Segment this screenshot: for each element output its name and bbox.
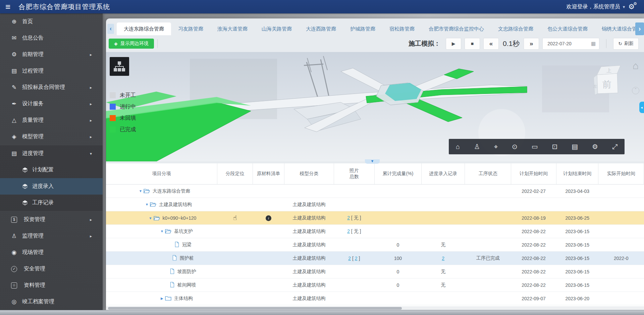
sidebar-item[interactable]: ✉信息公告 [0, 30, 103, 46]
sidebar-item[interactable]: ⚙前期管理▸ [0, 46, 103, 63]
tree-collapse-icon[interactable]: ▼ [159, 229, 165, 233]
simulation-date-input[interactable]: 2022-07-20 ▦ [542, 38, 599, 50]
tab[interactable]: 包公大道综合管廊 [540, 22, 595, 35]
tab[interactable]: 习友路管廊 [171, 22, 210, 35]
process-status-cell [465, 198, 511, 211]
page-bottom-scrollbar[interactable] [0, 310, 644, 315]
sidebar-item-label: 信息公告 [22, 35, 44, 42]
sidebar-item[interactable]: ⊕首页 [0, 13, 103, 30]
plan-start-cell: 2022-08-22 [511, 225, 556, 238]
tab[interactable]: 护城路管廊 [343, 22, 382, 35]
calendar-icon: ▦ [591, 41, 599, 47]
column-header: 项目分项 [106, 163, 217, 185]
sidebar-item[interactable]: ✓安全管理 [0, 261, 103, 277]
show-environment-button[interactable]: ◈ 显示周边环境 [109, 39, 154, 49]
welcome-user-text[interactable]: 欢迎登录，系统管理员 [567, 3, 620, 10]
tab[interactable]: 合肥市管廊综合监控中心 [422, 22, 491, 35]
legend-label: 未开工 [120, 92, 136, 99]
model-class-cell: 土建及建筑结构 [284, 292, 334, 305]
sidebar-subitem[interactable]: 进度录入 [0, 178, 103, 195]
photo-count-link[interactable]: 2 [355, 256, 358, 261]
table-row[interactable]: 坡面防护土建及建筑结构0无2022-08-222023-06-15 [106, 265, 644, 278]
photo-count-link[interactable]: 2 [347, 215, 350, 220]
tree-collapse-icon[interactable]: ▼ [148, 216, 154, 220]
sidebar-subitem[interactable]: 计划配置 [0, 162, 103, 178]
photo-count-cell: 2 [ 无 ] [334, 225, 374, 238]
sidebar-item[interactable]: ▤进度管理▾ [0, 145, 103, 162]
top-bar: ≡ 合肥市综合管廊项目管理系统 欢迎登录，系统管理员 ▾ ⚙⚙ [0, 0, 644, 13]
progress-record-link[interactable]: 2 [442, 256, 444, 261]
tree-collapse-icon[interactable]: ▼ [144, 203, 150, 206]
first-person-icon[interactable]: ♙ [474, 143, 480, 150]
tabs-scroll-left-button[interactable]: ‹ [107, 24, 114, 34]
structure-tree-button[interactable] [110, 57, 129, 76]
fullscreen-icon[interactable]: ⤢ [612, 143, 618, 150]
panel-collapse-arrow[interactable]: ◂ [639, 102, 644, 113]
sidebar-subitem[interactable]: 工序记录 [0, 195, 103, 211]
table-row[interactable]: 围护桩土建及建筑结构2 [ 2 ]1002工序已完成2022-08-222023… [106, 252, 644, 265]
component-list-icon[interactable]: ▤ [572, 143, 578, 150]
cube-top-label: 上 [606, 67, 611, 73]
photo-count-link[interactable]: 2 [348, 256, 351, 261]
viewport-collapse-chevron[interactable]: ˇ [632, 87, 639, 94]
sidebar-item[interactable]: $投资管理▸ [0, 211, 103, 228]
speed-up-button[interactable]: » [524, 38, 539, 50]
info-icon[interactable]: i [266, 215, 271, 221]
sidebar-item[interactable]: ✎招投标及合同管理▸ [0, 79, 103, 96]
cube-left-label: 左 [593, 84, 597, 88]
stop-button[interactable]: ■ [465, 38, 480, 50]
legend-item: 未回填 [110, 112, 136, 124]
measure-icon[interactable]: ▭ [532, 143, 538, 150]
process-status-cell [465, 238, 511, 252]
tabs-scroll-right-button[interactable]: › [635, 22, 644, 35]
table-row[interactable]: ▼大连东路综合管廊2022-02-272023-04-03 [106, 185, 644, 198]
sidebar-item[interactable]: △质量管理▸ [0, 112, 103, 128]
table-row[interactable]: ▼k0+090~k0+120☝i土建及建筑结构2 [ 无 ]2022-08-19… [106, 211, 644, 225]
sidebar-item[interactable]: ☆资料管理 [0, 277, 103, 294]
bim-model-viewport[interactable]: 未开工进行中未回填已完成 上 左 前 ⌂ ˇ ◂ ⌂♙⌖⊙▭⊡▤⚙⤢ [106, 52, 644, 161]
tree-expand-icon[interactable]: ▶ [159, 297, 165, 300]
refresh-button[interactable]: ↻ 刷新 [613, 38, 639, 50]
table-row[interactable]: 桩间网喷土建及建筑结构0无2022-08-222023-06-15 [106, 278, 644, 292]
waypoint-icon[interactable]: ⌖ [494, 143, 498, 150]
tab[interactable]: 大连东路综合管廊 [117, 22, 171, 35]
sidebar-item[interactable]: ✒设计服务▸ [0, 96, 103, 112]
settings-gears-icon[interactable]: ⚙⚙ [628, 3, 635, 11]
tab[interactable]: 宿松路管廊 [382, 22, 422, 35]
photo-count-link[interactable]: 2 [347, 228, 350, 234]
sidebar-item[interactable]: ♙监理管理▸ [0, 228, 103, 244]
tab[interactable]: 淮海大道管廊 [210, 22, 255, 35]
horizontal-scrollbar[interactable] [108, 307, 402, 310]
settings-icon[interactable]: ⚙ [592, 143, 598, 150]
chevron-right-icon: ▸ [90, 52, 92, 57]
sidebar-item[interactable]: ▤过程管理 [0, 63, 103, 79]
sidebar-subitem-label: 工序记录 [32, 199, 54, 206]
section-box-icon[interactable]: ⊡ [552, 143, 558, 150]
table-row[interactable]: ▶主体结构土建及建筑结构2022-09-072023-06-20 [106, 292, 644, 305]
tab[interactable]: 山海关路管廊 [255, 22, 299, 35]
menu-icon[interactable]: ≡ [5, 2, 10, 11]
sidebar-item[interactable]: ◎竣工档案管理 [0, 294, 103, 310]
table-row[interactable]: ▼土建及建筑结构土建及建筑结构 [106, 198, 644, 211]
speed-down-button[interactable]: « [483, 38, 499, 50]
table-expand-caret[interactable]: ▼ [365, 159, 380, 164]
view-cube[interactable]: 上 左 前 [590, 63, 624, 98]
sidebar-item[interactable]: ◉现场管理 [0, 244, 103, 261]
tab[interactable]: 文忠路综合管廊 [491, 22, 540, 35]
legend-item: 已完成 [110, 124, 136, 135]
select-zoom-icon[interactable]: ⊙ [512, 143, 518, 150]
table-row[interactable]: ▼基坑支护土建及建筑结构2 [ 无 ]2022-08-222023-06-15 [106, 225, 644, 238]
toolbar-divider [157, 39, 158, 48]
home-icon[interactable]: ⌂ [456, 143, 460, 150]
sidebar-item[interactable]: ◈模型管理▸ [0, 128, 103, 145]
model-class-cell: 土建及建筑结构 [284, 198, 334, 211]
plan-start-cell: 2022-08-19 [511, 211, 556, 225]
tab[interactable]: 大连西路管廊 [299, 22, 343, 35]
row-name: 大连东路综合管廊 [153, 188, 190, 194]
tree-collapse-icon[interactable]: ▼ [138, 189, 144, 193]
viewport-home-button[interactable]: ⌂ [633, 61, 639, 71]
table-row[interactable]: 冠梁土建及建筑结构0无2022-08-222023-06-15 [106, 238, 644, 252]
cumulative-percent-cell: 0 [374, 265, 421, 278]
tab[interactable]: 锦绣大道综合管廊 [595, 22, 635, 35]
play-button[interactable]: ▶ [446, 38, 461, 50]
